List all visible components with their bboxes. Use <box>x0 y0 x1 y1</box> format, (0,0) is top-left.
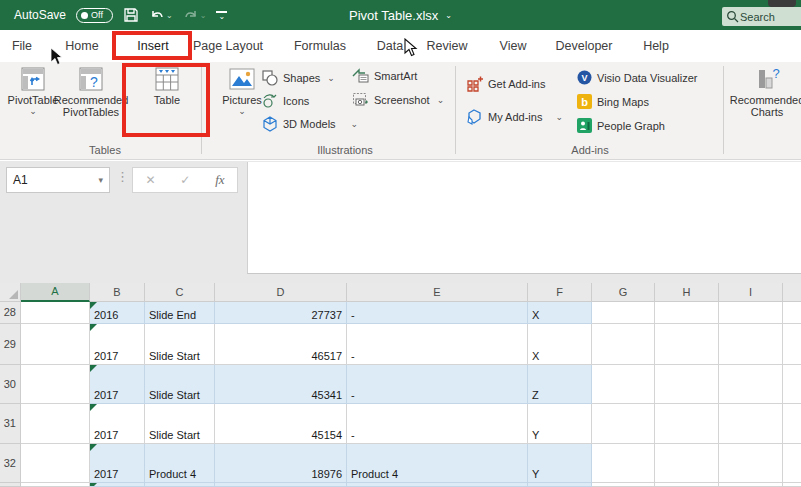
cell-i32[interactable] <box>719 444 783 483</box>
cell-c28[interactable]: Slide End <box>145 302 215 324</box>
cell-j32[interactable] <box>783 444 801 483</box>
document-title-area[interactable]: Pivot Table.xlsx ⌄ <box>0 0 801 30</box>
tab-formulas[interactable]: Formulas <box>288 30 352 62</box>
cell-g30[interactable] <box>592 365 655 404</box>
cell-a32[interactable] <box>21 444 90 483</box>
cell-h33[interactable] <box>655 483 719 487</box>
cell-a28[interactable] <box>21 302 90 324</box>
cell-d33[interactable] <box>215 483 347 487</box>
cell-b29[interactable]: 2017 <box>90 324 145 365</box>
tab-review[interactable]: Review <box>424 30 470 62</box>
column-header-f[interactable]: F <box>528 283 592 302</box>
cell-g28[interactable] <box>592 302 655 324</box>
cell-b28[interactable]: 2016 <box>90 302 145 324</box>
screenshot-button[interactable]: Screenshot ⌄ <box>352 92 444 108</box>
cell-g29[interactable] <box>592 324 655 365</box>
cell-f29[interactable]: X <box>528 324 592 365</box>
cell-b31[interactable]: 2017 <box>90 404 145 444</box>
select-all-corner[interactable] <box>0 283 21 302</box>
cell-j31[interactable] <box>783 404 801 444</box>
recommended-pivottables-button[interactable]: ? Recommended PivotTables <box>60 66 122 118</box>
cell-a33[interactable] <box>21 483 90 487</box>
cell-e28[interactable]: - <box>347 302 528 324</box>
cell-h32[interactable] <box>655 444 719 483</box>
insert-function-button[interactable]: fx <box>215 172 224 188</box>
tab-home[interactable]: Home <box>60 30 104 62</box>
cell-d32[interactable]: 18976 <box>215 444 347 483</box>
visio-data-visualizer-button[interactable]: V Visio Data Visualizer <box>577 70 697 85</box>
pictures-button[interactable]: Pictures ⌄ <box>218 66 266 114</box>
cell-e30[interactable]: - <box>347 365 528 404</box>
column-header-e[interactable]: E <box>347 283 528 302</box>
column-header-h[interactable]: H <box>655 283 719 302</box>
cell-f33[interactable] <box>528 483 592 487</box>
column-header-j[interactable] <box>783 283 801 302</box>
row-header-33[interactable] <box>0 483 21 487</box>
cell-d30[interactable]: 45341 <box>215 365 347 404</box>
cell-f30[interactable]: Z <box>528 365 592 404</box>
icons-button[interactable]: Icons <box>262 93 309 109</box>
shapes-button[interactable]: Shapes ⌄ <box>262 70 335 86</box>
cell-d31[interactable]: 45154 <box>215 404 347 444</box>
cell-c30[interactable]: Slide Start <box>145 365 215 404</box>
column-header-c[interactable]: C <box>145 283 215 302</box>
bing-maps-button[interactable]: b Bing Maps <box>577 94 649 109</box>
cell-a29[interactable] <box>21 324 90 365</box>
cell-i33[interactable] <box>719 483 783 487</box>
smartart-button[interactable]: SmartArt <box>352 68 417 84</box>
tab-data[interactable]: Data <box>372 30 408 62</box>
column-header-i[interactable]: I <box>719 283 783 302</box>
cell-d29[interactable]: 46517 <box>215 324 347 365</box>
tab-developer[interactable]: Developer <box>550 30 618 62</box>
row-header-31[interactable]: 31 <box>0 404 21 444</box>
row-header-29[interactable]: 29 <box>0 324 21 365</box>
cell-a31[interactable] <box>21 404 90 444</box>
column-header-d[interactable]: D <box>215 283 347 302</box>
tab-file[interactable]: File <box>6 30 38 62</box>
cell-h30[interactable] <box>655 365 719 404</box>
cell-i30[interactable] <box>719 365 783 404</box>
cell-g31[interactable] <box>592 404 655 444</box>
row-header-30[interactable]: 30 <box>0 365 21 404</box>
cell-e32[interactable]: Product 4 <box>347 444 528 483</box>
cell-c29[interactable]: Slide Start <box>145 324 215 365</box>
search-input[interactable]: Search <box>722 7 801 26</box>
cell-j29[interactable] <box>783 324 801 365</box>
column-header-b[interactable]: B <box>90 283 145 302</box>
table-button[interactable]: Table <box>138 66 196 106</box>
row-header-32[interactable]: 32 <box>0 444 21 483</box>
cell-f31[interactable]: Y <box>528 404 592 444</box>
cell-c31[interactable]: Slide Start <box>145 404 215 444</box>
recommended-charts-button[interactable]: ? Recommended Charts <box>728 66 801 118</box>
people-graph-button[interactable]: People Graph <box>577 118 665 133</box>
pivottable-button[interactable]: PivotTable ⌄ <box>6 66 60 114</box>
my-add-ins-button[interactable]: My Add-ins ⌄ <box>466 108 563 125</box>
cell-c33[interactable] <box>145 483 215 487</box>
name-box-dropdown-icon[interactable]: ▾ <box>98 175 103 185</box>
3d-models-button[interactable]: 3D Models ⌄ <box>262 116 358 132</box>
row-header-28[interactable]: 28 <box>0 302 21 324</box>
formula-input[interactable] <box>247 162 801 274</box>
cell-e29[interactable]: - <box>347 324 528 365</box>
cell-j30[interactable] <box>783 365 801 404</box>
cell-d28[interactable]: 27737 <box>215 302 347 324</box>
cell-e31[interactable]: - <box>347 404 528 444</box>
column-header-g[interactable]: G <box>592 283 655 302</box>
enter-button[interactable]: ✓ <box>180 173 190 187</box>
name-box[interactable]: A1 ▾ <box>6 167 110 193</box>
cell-g33[interactable] <box>592 483 655 487</box>
cell-c32[interactable]: Product 4 <box>145 444 215 483</box>
cancel-button[interactable]: ✕ <box>145 173 155 187</box>
cell-h28[interactable] <box>655 302 719 324</box>
cell-f28[interactable]: X <box>528 302 592 324</box>
tab-help[interactable]: Help <box>640 30 672 62</box>
cell-i31[interactable] <box>719 404 783 444</box>
cell-h31[interactable] <box>655 404 719 444</box>
cell-j33[interactable] <box>783 483 801 487</box>
cell-h29[interactable] <box>655 324 719 365</box>
get-add-ins-button[interactable]: Get Add-ins <box>466 75 545 92</box>
cell-i29[interactable] <box>719 324 783 365</box>
tab-view[interactable]: View <box>496 30 530 62</box>
tab-page-layout[interactable]: Page Layout <box>188 30 268 62</box>
cell-i28[interactable] <box>719 302 783 324</box>
